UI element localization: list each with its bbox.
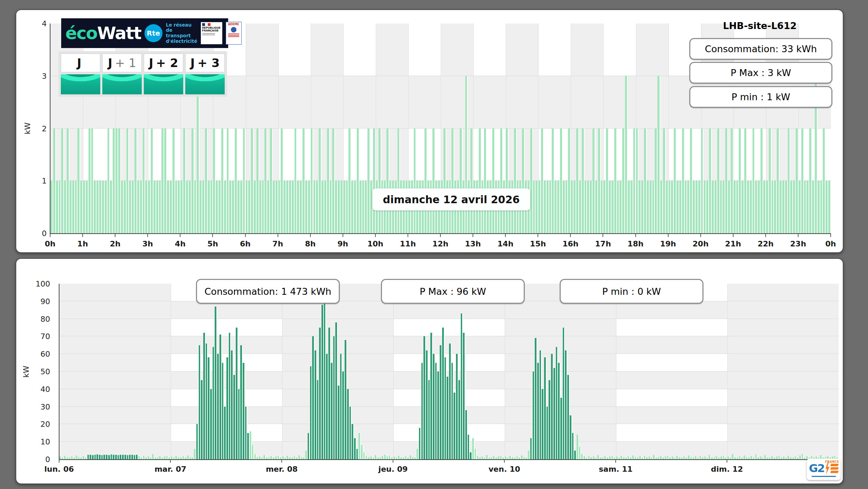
daily-power-bar: [151, 129, 153, 234]
weekly-process-bar: [118, 455, 120, 459]
date-label: dimanche 12 avril 2026: [372, 188, 530, 210]
daily-power-bar: [522, 129, 525, 234]
weekly-process-bar: [574, 451, 577, 459]
daily-power-bar: [311, 129, 314, 234]
daily-power-bar: [343, 181, 346, 233]
weekly-process-bar: [99, 455, 101, 459]
weekly-baseline-bar: [145, 457, 148, 459]
weekly-process-bar: [111, 454, 113, 459]
x-axis-tickmark: [798, 234, 799, 237]
x-axis-tickmark: [615, 460, 616, 463]
ecowatt-eco-text: éco: [65, 23, 97, 43]
weekly-process-bar: [240, 345, 243, 459]
daily-power-bar: [248, 181, 251, 233]
daily-power-bar: [170, 181, 172, 233]
daily-power-bar: [161, 129, 164, 234]
daily-power-bar: [557, 181, 560, 233]
weekly-baseline-bar: [298, 455, 301, 459]
daily-power-bar: [53, 129, 56, 234]
daily-power-bar: [91, 129, 94, 234]
weekly-baseline-bar: [588, 456, 591, 459]
weekly-process-bar: [238, 389, 241, 459]
weekly-process-bar: [553, 368, 556, 459]
weekly-process-bar: [106, 455, 108, 459]
daily-power-bar: [722, 181, 725, 233]
weekly-process-bar: [233, 375, 236, 459]
daily-power-bar: [50, 181, 53, 233]
tab-day-j2[interactable]: J+ 2: [144, 54, 183, 94]
weekly-baseline-bar: [669, 458, 672, 459]
weekly-baseline-bar: [667, 456, 670, 459]
daily-power-bar: [747, 181, 750, 233]
daily-power-bar: [693, 181, 696, 233]
y-axis-tick-label: 60: [31, 350, 50, 358]
daily-power-bar: [541, 129, 544, 234]
weekly-process-bar: [549, 380, 551, 459]
rte-tagline: Le réseau de transport d'électricité: [166, 22, 197, 44]
daily-power-bar: [314, 181, 316, 233]
weekly-baseline-bar: [737, 458, 739, 459]
weekly-baseline-bar: [723, 456, 725, 459]
weekly-baseline-bar: [505, 457, 507, 459]
tab-day-j[interactable]: J: [61, 54, 100, 94]
weekly-baseline-bar: [148, 457, 150, 459]
daily-power-bar: [302, 129, 305, 234]
background-band-cell: [571, 23, 603, 76]
weekly-process-bar: [224, 407, 226, 459]
weekly-process-bar: [560, 398, 563, 459]
x-axis-tick-label: lun. 06: [44, 465, 74, 473]
weekly-process-bar: [340, 354, 343, 459]
daily-power-bar: [327, 129, 330, 234]
daily-power-bar: [785, 181, 788, 233]
daily-power-bar: [229, 181, 232, 233]
daily-power-bar: [612, 181, 614, 233]
daily-power-bar: [595, 181, 598, 233]
weekly-baseline-bar: [525, 458, 528, 459]
tab-day-j1[interactable]: J+ 1: [102, 54, 142, 94]
weekly-baseline-bar: [386, 457, 389, 459]
weekly-baseline-bar: [642, 458, 644, 459]
y-axis-tick-label: 70: [31, 332, 50, 341]
weekly-process-bar: [433, 354, 435, 459]
weekly-baseline-bar: [799, 455, 802, 459]
rf-motto-line: [202, 33, 215, 34]
daily-power-bar: [451, 129, 454, 234]
weekly-baseline-bar: [795, 456, 797, 459]
weekly-process-bar: [310, 366, 312, 459]
weekly-process-bar: [440, 345, 442, 459]
weekly-baseline-bar: [382, 456, 384, 459]
daily-power-bar: [105, 181, 108, 233]
weekly-baseline-bar: [523, 457, 526, 459]
weekly-process-bar: [317, 380, 319, 459]
weekly-baseline-bar: [637, 458, 639, 459]
daily-power-bar: [799, 181, 801, 233]
weekly-baseline-bar: [679, 457, 681, 459]
x-axis-tickmark: [180, 234, 180, 237]
weekly-process-bar: [90, 455, 92, 459]
weekly-baseline-bar: [577, 435, 579, 459]
weekly-baseline-bar: [769, 457, 772, 459]
weekly-baseline-bar: [391, 458, 393, 459]
daily-consumption-stat: Consommation: 33 kWh: [689, 38, 832, 60]
daily-power-bar: [560, 129, 563, 234]
tab-day-j3[interactable]: J+ 3: [185, 54, 225, 94]
daily-power-bar: [237, 181, 240, 233]
daily-power-bar: [804, 181, 807, 233]
daily-power-bar: [59, 181, 62, 233]
weekly-baseline-bar: [512, 457, 514, 459]
daily-power-bar: [148, 181, 151, 233]
weekly-baseline-bar: [284, 458, 287, 459]
daily-y-axis-title: kW: [23, 118, 32, 139]
daily-power-bar: [67, 129, 69, 234]
daily-power-bar: [568, 129, 571, 234]
background-band-cell: [505, 354, 616, 372]
weekly-baseline-bar: [73, 458, 76, 459]
daily-power-bar: [140, 181, 143, 233]
daily-power-bar: [625, 76, 628, 233]
weekly-process-bar: [201, 380, 203, 459]
daily-power-bar: [251, 129, 254, 234]
daily-power-bar: [365, 181, 367, 233]
weekly-baseline-bar: [491, 457, 493, 459]
daily-power-bar: [674, 129, 676, 234]
daily-power-bar: [330, 181, 333, 233]
